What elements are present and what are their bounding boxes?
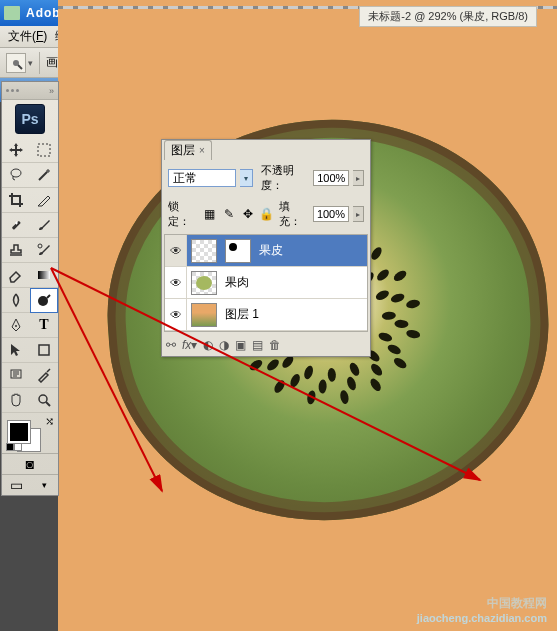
layers-list: 👁果皮👁果肉👁图层 1: [164, 234, 368, 332]
layer-visibility-icon[interactable]: 👁: [165, 299, 187, 330]
layers-panel-footer: ⚯ fx▾ ◐ ◑ ▣ ▤ 🗑: [162, 334, 370, 356]
type-tool[interactable]: T: [30, 313, 58, 338]
eyedropper-tool[interactable]: [30, 363, 58, 388]
color-swatches[interactable]: ⤭: [2, 413, 58, 453]
layer-visibility-icon[interactable]: 👁: [165, 235, 187, 266]
tool-grid: T: [2, 138, 58, 413]
layer-fx-icon[interactable]: fx▾: [182, 338, 197, 352]
layer-row[interactable]: 👁图层 1: [165, 299, 367, 331]
svg-point-8: [15, 325, 17, 327]
svg-rect-2: [38, 144, 50, 156]
layers-tab[interactable]: 图层 ×: [164, 140, 212, 160]
lasso-tool[interactable]: [2, 163, 30, 188]
healing-tool[interactable]: [2, 213, 30, 238]
layer-mask-thumbnail[interactable]: [225, 239, 251, 263]
layer-mask-icon[interactable]: ◐: [203, 338, 213, 352]
fill-arrow-icon[interactable]: ▸: [353, 206, 364, 222]
swap-colors-icon[interactable]: ⤭: [45, 415, 54, 428]
screen-mode-icon[interactable]: ▭: [2, 475, 30, 495]
opacity-arrow-icon[interactable]: ▸: [353, 170, 364, 186]
svg-rect-6: [38, 271, 50, 279]
fill-label: 填充：: [279, 199, 309, 229]
layer-thumbnail[interactable]: [191, 303, 217, 327]
blend-mode-dropdown-icon[interactable]: ▾: [240, 169, 252, 187]
shape-tool[interactable]: [30, 338, 58, 363]
layer-group-icon[interactable]: ▣: [235, 338, 246, 352]
svg-point-3: [11, 169, 21, 177]
layer-thumbnail[interactable]: [191, 239, 217, 263]
brush-tool[interactable]: [30, 213, 58, 238]
link-layers-icon[interactable]: ⚯: [166, 338, 176, 352]
lock-transparency-icon[interactable]: ▦: [202, 207, 218, 221]
lock-all-icon[interactable]: 🔒: [259, 207, 275, 221]
gradient-tool[interactable]: [30, 263, 58, 288]
secondary-doc-label: 未标题-2 @ 292% (果皮, RGB/8): [359, 6, 537, 27]
menu-item-f[interactable]: 文件(F): [4, 26, 51, 47]
quick-mask-icon[interactable]: ◙: [2, 454, 58, 474]
fill-field[interactable]: 100%: [313, 206, 349, 222]
toolbox-collapse-icon[interactable]: »: [49, 86, 54, 96]
layer-name: 图层 1: [221, 306, 259, 323]
adjustment-layer-icon[interactable]: ◑: [219, 338, 229, 352]
lock-position-icon[interactable]: ✥: [240, 207, 256, 221]
app-icon: [4, 6, 20, 20]
layer-row[interactable]: 👁果皮: [165, 235, 367, 267]
panel-tabs: 图层 ×: [162, 140, 370, 160]
svg-rect-9: [39, 345, 49, 355]
layer-name: 果皮: [255, 242, 283, 259]
blend-mode-select[interactable]: 正常: [168, 169, 236, 187]
wand-tool[interactable]: [30, 163, 58, 188]
delete-layer-icon[interactable]: 🗑: [269, 338, 281, 352]
history-brush-tool[interactable]: [30, 238, 58, 263]
watermark: 中国教程网 jiaocheng.chazidian.com: [417, 588, 547, 625]
tool-preset-icon[interactable]: [6, 53, 26, 73]
svg-point-11: [39, 395, 47, 403]
crop-tool[interactable]: [2, 188, 30, 213]
eraser-tool[interactable]: [2, 263, 30, 288]
layer-thumbnail[interactable]: [191, 271, 217, 295]
zoom-tool[interactable]: [30, 388, 58, 413]
foreground-color[interactable]: [8, 421, 30, 443]
opacity-label: 不透明度：: [261, 163, 310, 193]
svg-point-5: [38, 244, 42, 248]
layer-row[interactable]: 👁果肉: [165, 267, 367, 299]
watermark-line2: jiaocheng.chazidian.com: [417, 612, 547, 625]
toolbox: » Ps T ⤭ ◙ ▭ ▾: [1, 81, 59, 496]
lock-label: 锁定：: [168, 199, 198, 229]
pen-tool[interactable]: [2, 313, 30, 338]
dodge-burn-tool[interactable]: [30, 288, 58, 313]
opacity-field[interactable]: 100%: [313, 170, 349, 186]
marquee-tool[interactable]: [30, 138, 58, 163]
slice-tool[interactable]: [30, 188, 58, 213]
stamp-tool[interactable]: [2, 238, 30, 263]
screen-mode-row: ◙: [2, 453, 58, 474]
move-tool[interactable]: [2, 138, 30, 163]
tool-preset-dropdown-icon[interactable]: ▾: [28, 58, 33, 68]
path-select-tool[interactable]: [2, 338, 30, 363]
layer-visibility-icon[interactable]: 👁: [165, 267, 187, 298]
notes-tool[interactable]: [2, 363, 30, 388]
toolbox-grip[interactable]: »: [2, 82, 58, 100]
screen-mode-dropdown-icon[interactable]: ▾: [30, 475, 58, 495]
new-layer-icon[interactable]: ▤: [252, 338, 263, 352]
hand-tool[interactable]: [2, 388, 30, 413]
watermark-line1: 中国教程网: [487, 596, 547, 610]
ps-logo-icon: Ps: [15, 104, 45, 134]
blur-tool[interactable]: [2, 288, 30, 313]
tab-close-icon[interactable]: ×: [199, 145, 205, 156]
lock-paint-icon[interactable]: ✎: [221, 207, 237, 221]
default-colors-icon[interactable]: [6, 443, 22, 451]
layer-name: 果肉: [221, 274, 249, 291]
layers-tab-label: 图层: [171, 142, 195, 159]
layers-panel: 图层 × 正常 ▾ 不透明度： 100% ▸ 锁定： ▦ ✎ ✥ 🔒 填充： 1…: [161, 139, 371, 357]
